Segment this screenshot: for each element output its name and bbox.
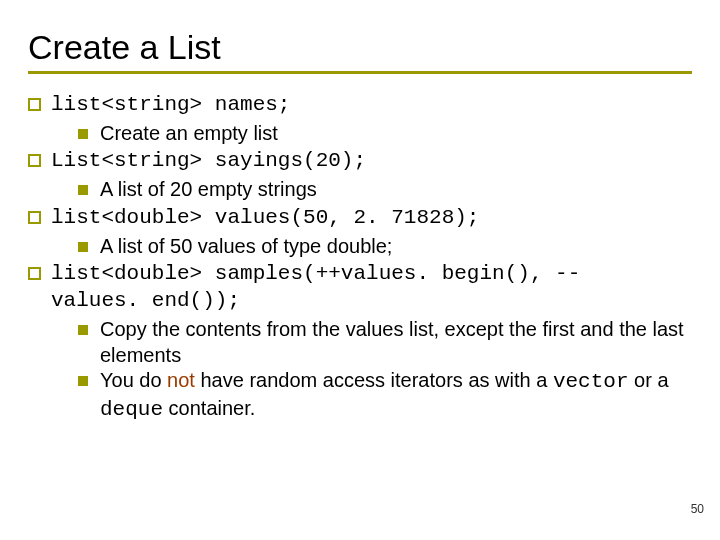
bullet-solid-icon xyxy=(78,325,88,335)
text-post: container. xyxy=(163,397,255,419)
bullet-open-icon xyxy=(28,211,41,224)
bullet-open-icon xyxy=(28,154,41,167)
slide-title: Create a List xyxy=(28,28,692,67)
list-item: You do not have random access iterators … xyxy=(78,368,692,424)
inline-code: vector xyxy=(553,370,629,393)
code-text: list<string> names; xyxy=(51,92,692,119)
list-item: list<double> values(50, 2. 71828); xyxy=(28,205,692,232)
bullet-solid-icon xyxy=(78,185,88,195)
code-text: list<double> samples(++values. begin(), … xyxy=(51,261,692,315)
title-rule xyxy=(28,71,692,74)
code-text: List<string> sayings(20); xyxy=(51,148,692,175)
body-text: A list of 50 values of type double; xyxy=(100,234,692,260)
code-line-1: list<double> samples(++values. begin(), … xyxy=(51,262,580,285)
list-item: A list of 20 empty strings xyxy=(78,177,692,203)
text-mid: have random access iterators as with a xyxy=(195,369,553,391)
bullet-solid-icon xyxy=(78,129,88,139)
list-item: List<string> sayings(20); xyxy=(28,148,692,175)
bullet-solid-icon xyxy=(78,376,88,386)
body-text: Copy the contents from the values list, … xyxy=(100,317,692,368)
text-mid2: or a xyxy=(629,369,669,391)
body-text: You do not have random access iterators … xyxy=(100,368,692,424)
bullet-open-icon xyxy=(28,267,41,280)
page-number: 50 xyxy=(691,502,704,516)
list-item: list<double> samples(++values. begin(), … xyxy=(28,261,692,315)
code-text: list<double> values(50, 2. 71828); xyxy=(51,205,692,232)
code-line-2: values. end()); xyxy=(51,289,240,312)
text-pre: You do xyxy=(100,369,167,391)
list-item: list<string> names; xyxy=(28,92,692,119)
slide-body: list<string> names; Create an empty list… xyxy=(28,92,692,424)
list-item: Create an empty list xyxy=(78,121,692,147)
bullet-open-icon xyxy=(28,98,41,111)
inline-code: deque xyxy=(100,398,163,421)
body-text: A list of 20 empty strings xyxy=(100,177,692,203)
bullet-solid-icon xyxy=(78,242,88,252)
body-text: Create an empty list xyxy=(100,121,692,147)
text-not: not xyxy=(167,369,195,391)
list-item: A list of 50 values of type double; xyxy=(78,234,692,260)
list-item: Copy the contents from the values list, … xyxy=(78,317,692,368)
